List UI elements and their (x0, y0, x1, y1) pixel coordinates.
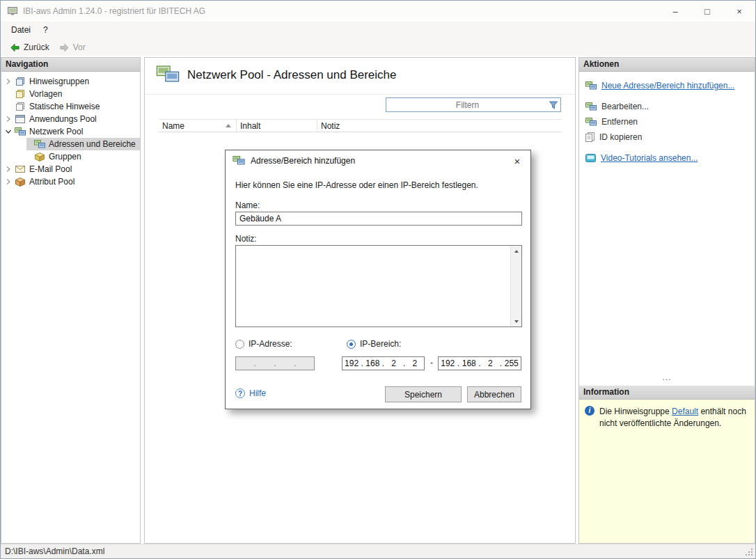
column-label: Notiz (321, 121, 340, 131)
ip-range-end-input[interactable]: 192.168.2.255 (438, 356, 521, 370)
column-header-notiz[interactable]: Notiz (317, 120, 561, 132)
column-header-name[interactable]: Name (159, 120, 237, 132)
scroll-down-button[interactable] (511, 316, 521, 326)
forward-button[interactable]: Vor (54, 41, 90, 54)
filter-input[interactable] (386, 100, 549, 110)
information-header: Information (579, 386, 755, 400)
filter-funnel-icon[interactable] (549, 100, 558, 110)
ip-segment: 2 (406, 359, 424, 368)
ip-segment: 2 (385, 359, 403, 368)
actions-header: Aktionen (579, 58, 755, 72)
dialog-close-button[interactable]: × (504, 150, 530, 171)
note-input[interactable] (235, 245, 522, 327)
action-remove[interactable]: Entfernen (579, 114, 755, 129)
action-add-address[interactable]: Neue Adresse/Bereich hinzufügen... (579, 78, 755, 93)
cancel-button[interactable]: Abbrechen (467, 386, 521, 402)
tree-item-vorlagen[interactable]: Vorlagen (1, 88, 140, 100)
window-controls: – □ × (659, 1, 755, 22)
range-dash: - (426, 358, 437, 368)
edit-icon (585, 102, 597, 111)
default-group-link[interactable]: Default (672, 407, 698, 416)
chevron-right-icon[interactable] (3, 77, 14, 86)
hinweisgruppen-icon (14, 77, 26, 86)
radio-unchecked-icon[interactable] (235, 340, 244, 349)
action-label: Bearbeiten... (601, 102, 649, 111)
table-header: Name Inhalt Notiz (159, 119, 561, 132)
forward-label: Vor (73, 42, 86, 52)
tree-item-attribut-pool[interactable]: Attribut Pool (1, 175, 140, 188)
tree-item-hinweisgruppen[interactable]: Hinweisgruppen (1, 75, 140, 88)
note-scrollbar[interactable] (510, 246, 521, 326)
tree-item-netzwerk-pool[interactable]: Netzwerk Pool (1, 125, 140, 138)
ip-segment: 255 (503, 359, 521, 368)
tree-item-label: Statische Hinweise (29, 102, 100, 111)
dialog-network-icon (233, 156, 245, 166)
tree-item-email-pool[interactable]: E-Mail Pool (1, 163, 140, 175)
column-header-inhalt[interactable]: Inhalt (237, 120, 317, 132)
tree-item-label: Anwendungs Pool (29, 114, 97, 124)
statusbar: D:\IBI-aws\Admin\Data.xml (1, 544, 755, 558)
ip-address-input[interactable]: ... (235, 356, 315, 370)
add-address-icon (585, 81, 597, 90)
note-value (238, 247, 507, 325)
chevron-right-icon[interactable] (3, 178, 14, 186)
scroll-up-button[interactable] (511, 246, 521, 256)
close-button[interactable]: × (723, 1, 755, 22)
chevron-right-icon[interactable] (3, 115, 14, 123)
minimize-button[interactable]: – (659, 1, 691, 22)
chevron-down-icon[interactable] (3, 127, 14, 136)
tree-item-label: Gruppen (49, 152, 81, 162)
dialog-titlebar: Adresse/Bereich hinzufügen × (226, 150, 530, 171)
title-separator (145, 94, 575, 95)
panel-splitter-handle[interactable]: ... (579, 375, 755, 383)
ip-range-radio[interactable]: IP-Bereich: (347, 339, 401, 349)
maximize-button[interactable]: □ (691, 1, 723, 22)
attribut-pool-icon (14, 178, 26, 187)
back-button[interactable]: Zurück (5, 41, 54, 54)
save-button[interactable]: Speichern (385, 386, 462, 402)
tree-item-statische-hinweise[interactable]: Statische Hinweise (1, 100, 140, 113)
name-input[interactable] (235, 212, 522, 226)
menu-help[interactable]: ? (37, 22, 54, 39)
dialog-title: Adresse/Bereich hinzufügen (251, 156, 355, 166)
resize-grip[interactable] (746, 549, 753, 556)
help-link[interactable]: ? Hilfe (235, 388, 266, 398)
scroll-up-icon (514, 250, 519, 253)
action-edit[interactable]: Bearbeiten... (579, 99, 755, 114)
ip-range-start-input[interactable]: 192.168.2.2 (342, 356, 425, 370)
menubar: Datei ? (1, 22, 755, 39)
filter-box[interactable] (386, 97, 561, 112)
tree-item-label: E-Mail Pool (29, 164, 72, 174)
page-title: Netzwerk Pool - Adressen und Bereiche (187, 68, 397, 82)
window-title: IBI-aws Admin 1.24.0 - registriert für I… (23, 6, 205, 16)
column-label: Name (162, 121, 184, 131)
navigation-panel: Navigation Hinweisgruppen Vorlagen Stati… (1, 57, 141, 544)
page-title-row: Netzwerk Pool - Adressen und Bereiche (156, 65, 397, 84)
tree-item-adressen-und-bereiche[interactable]: Adressen und Bereiche (26, 138, 140, 150)
ip-separator: . (253, 359, 256, 368)
ip-address-radio[interactable]: IP-Adresse: (235, 339, 292, 349)
ip-range-label[interactable]: IP-Bereich: (360, 339, 401, 349)
ip-separator: . (294, 359, 297, 368)
action-copy-id[interactable]: ID kopieren (579, 129, 755, 145)
chevron-right-icon[interactable] (3, 165, 14, 173)
action-label: ID kopieren (599, 132, 642, 142)
back-label: Zurück (24, 42, 49, 52)
tree-item-label: Hinweisgruppen (29, 77, 89, 86)
ip-segment: 192 (342, 359, 361, 368)
network-pool-icon (156, 65, 180, 84)
tree-item-gruppen[interactable]: Gruppen (1, 150, 140, 163)
copy-icon (585, 132, 594, 142)
gruppen-icon (33, 152, 45, 162)
app-window: IBI-aws Admin 1.24.0 - registriert für I… (0, 0, 756, 559)
tree-item-anwendungs-pool[interactable]: Anwendungs Pool (1, 113, 140, 125)
ip-address-label[interactable]: IP-Adresse: (249, 339, 292, 349)
menu-datei[interactable]: Datei (5, 22, 37, 39)
vorlagen-icon (14, 89, 26, 99)
information-box: i Die Hinweisgruppe Default enthält noch… (579, 400, 755, 543)
radio-checked-icon[interactable] (347, 340, 356, 349)
ip-segment: 2 (481, 359, 500, 368)
dialog-description: Hier können Sie eine IP-Adresse oder ein… (235, 180, 478, 190)
action-video-tutorials[interactable]: Video-Tutorials ansehen... (579, 150, 755, 166)
help-icon: ? (235, 388, 245, 398)
